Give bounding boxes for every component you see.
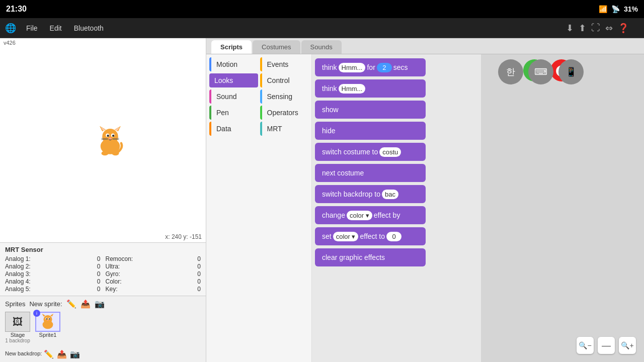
download-icon[interactable]: ⬇	[566, 23, 574, 34]
backdrop-upload-icon[interactable]: 📤	[57, 349, 67, 359]
analog5-label: Analog 5:	[5, 286, 31, 293]
wifi-icon: 📡	[611, 5, 620, 13]
svg-point-8	[107, 135, 109, 137]
stage-canvas: x: 240 y: -151	[0, 38, 206, 242]
korean-button[interactable]: 한	[498, 59, 523, 84]
color-value: 0	[197, 278, 201, 285]
stage-thumbnail[interactable]: 🖼 Stage 1 backdrop	[5, 312, 30, 343]
backdrop-paint-icon[interactable]: ✏️	[44, 349, 54, 359]
upload-icon[interactable]: ⬆	[579, 23, 586, 34]
block-clear-graphic-effects[interactable]: clear graphic effects	[315, 248, 426, 266]
edit-menu[interactable]: Edit	[48, 23, 64, 33]
menu-bar: 🌐 File Edit Bluetooth ⬇ ⬆ ⛶ ⇔ ❓	[0, 18, 644, 38]
svg-point-25	[47, 320, 49, 321]
sprites-list: 🖼 Stage 1 backdrop i	[5, 312, 201, 343]
camera-icon[interactable]: 📷	[95, 299, 105, 309]
svg-point-1	[102, 129, 118, 145]
new-sprite-label: New sprite:	[29, 300, 62, 308]
block-change-color-effect[interactable]: change color ▾ effect by	[315, 206, 426, 224]
category-motion[interactable]: Motion	[209, 57, 258, 71]
file-menu[interactable]: File	[24, 23, 40, 33]
block-input-zero[interactable]: 0	[386, 232, 401, 241]
main-layout: v426	[0, 38, 644, 362]
zoom-reset-button[interactable]: —	[598, 337, 615, 354]
tab-sounds[interactable]: Sounds	[301, 40, 342, 54]
category-sensing[interactable]: Sensing	[260, 89, 309, 104]
category-events[interactable]: Events	[260, 57, 309, 71]
analog2-value: 0	[97, 263, 101, 270]
mrt-row-3: Analog 3: 0	[5, 270, 101, 278]
paint-icon[interactable]: ✏️	[66, 299, 76, 309]
analog2-label: Analog 2:	[5, 263, 31, 270]
status-right: 📶 📡 31%	[599, 5, 638, 13]
bluetooth-menu[interactable]: Bluetooth	[72, 23, 106, 33]
category-control[interactable]: Control	[260, 73, 309, 87]
left-panel: v426	[0, 38, 206, 362]
zoom-out-button[interactable]: 🔍−	[577, 337, 594, 354]
sprite-badge: i	[33, 310, 40, 317]
category-menu: Motion Events Looks Control Sound Sensin…	[206, 54, 312, 362]
mrt-row-1: Analog 1: 0	[5, 255, 101, 262]
globe-icon[interactable]: 🌐	[5, 23, 16, 34]
category-operators[interactable]: Operators	[260, 106, 309, 120]
svg-point-15	[101, 151, 108, 156]
block-input-2[interactable]: 2	[377, 63, 392, 72]
tab-costumes[interactable]: Costumes	[253, 40, 300, 54]
key-value: 0	[197, 286, 201, 293]
zoom-in-button[interactable]: 🔍+	[619, 337, 636, 354]
block-think-hmm-secs[interactable]: think Hmm... for 2 secs	[315, 58, 426, 76]
tab-scripts[interactable]: Scripts	[211, 40, 252, 54]
stage-name: Stage	[11, 332, 25, 338]
keyboard-button[interactable]: ⌨	[528, 59, 553, 84]
block-input-hmm1[interactable]: Hmm...	[339, 63, 366, 72]
right-panel: Scripts Costumes Sounds Motion Events Lo…	[206, 38, 644, 362]
phone-button[interactable]: 📱	[558, 59, 584, 84]
category-looks[interactable]: Looks	[209, 73, 258, 87]
analog4-value: 0	[97, 278, 101, 285]
resize-icon[interactable]: ⇔	[605, 23, 613, 34]
key-label: Key:	[106, 286, 118, 293]
block-input-backdrop[interactable]: bac	[382, 190, 398, 199]
category-data[interactable]: Data	[209, 122, 258, 136]
category-pen[interactable]: Pen	[209, 106, 258, 120]
block-show[interactable]: show	[315, 101, 426, 119]
block-input-color1[interactable]: color ▾	[347, 211, 372, 220]
stage-thumb-box[interactable]: 🖼	[5, 312, 30, 332]
ultra-value: 0	[197, 263, 201, 270]
gyro-value: 0	[197, 270, 201, 278]
help-icon[interactable]: ❓	[618, 23, 629, 34]
backdrop-camera-icon[interactable]: 📷	[70, 349, 80, 359]
upload-sprite-icon[interactable]: 📤	[80, 299, 91, 309]
block-set-color-effect[interactable]: set color ▾ effect to 0	[315, 227, 426, 245]
sprites-header: Sprites New sprite: ✏️ 📤 📷	[5, 299, 201, 309]
mrt-row-4b: Color: 0	[106, 278, 201, 285]
sprite1-thumbnail[interactable]: i Sprit	[35, 312, 60, 338]
mrt-panel: MRT Sensor Analog 1: 0 Remocon: 0 Analog…	[0, 243, 206, 296]
block-switch-costume[interactable]: switch costume to costu	[315, 143, 426, 161]
svg-point-9	[112, 135, 114, 137]
svg-point-18	[43, 315, 52, 324]
block-think-hmm[interactable]: think Hmm...	[315, 79, 426, 98]
clock: 21:30	[6, 5, 27, 14]
color-label: Color:	[106, 278, 122, 285]
stage-sub: 1 backdrop	[5, 338, 30, 343]
svg-marker-19	[42, 314, 46, 317]
new-backdrop-label: New backdrop:	[5, 350, 42, 356]
analog3-label: Analog 3:	[5, 270, 31, 278]
battery: 31%	[624, 5, 638, 13]
block-next-costume[interactable]: next costume	[315, 164, 426, 182]
mrt-row-5b: Key: 0	[106, 286, 201, 293]
category-mrt[interactable]: MRT	[260, 122, 309, 136]
block-switch-backdrop[interactable]: switch backdrop to bac	[315, 185, 426, 203]
cat-sprite	[93, 123, 128, 165]
block-input-costume[interactable]: costu	[379, 147, 401, 157]
block-input-hmm2[interactable]: Hmm...	[339, 84, 366, 94]
category-sound[interactable]: Sound	[209, 89, 258, 104]
code-workspace[interactable]: « ▶ ⬤ 한 ⌨ 📱 🔍− — 🔍+	[481, 54, 644, 362]
block-hide[interactable]: hide	[315, 122, 426, 140]
analog5-value: 0	[97, 286, 101, 293]
expand-icon[interactable]: ⛶	[591, 23, 600, 33]
new-backdrop-icons: ✏️ 📤 📷	[44, 349, 80, 359]
mrt-row-4: Analog 4: 0	[5, 278, 101, 285]
block-input-color2[interactable]: color ▾	[333, 232, 359, 241]
